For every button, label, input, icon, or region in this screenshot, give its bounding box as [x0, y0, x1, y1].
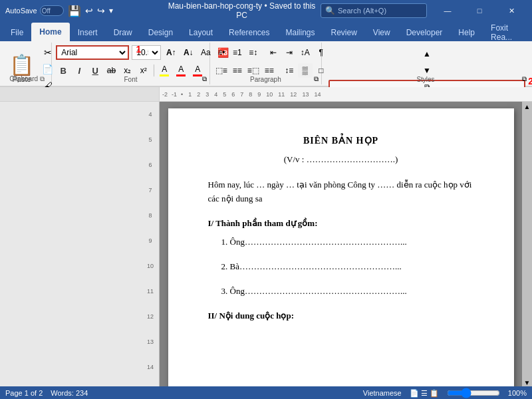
tab-row: File Home Insert Draw Design Layout Refe… — [0, 21, 532, 41]
strikethrough-button[interactable]: ab — [104, 63, 118, 78]
page-area: BIÊN BẢN HỌP (V/v : ………………………….) Hôm nay… — [160, 102, 522, 386]
section2-title: II/ Nội dung cuộc họp: — [208, 309, 474, 323]
autosave-label: AutoSave — [5, 7, 37, 15]
styles-group: AaBbCcD ¶ Normal AaBbCcD ¶ No Spac... Aa… — [322, 43, 529, 84]
font-color-button[interactable]: A — [174, 63, 189, 78]
main-area: 4 5 6 7 8 9 10 11 12 13 14 15 BIÊN BẢN H… — [0, 102, 532, 386]
sort-button[interactable]: ↕A — [298, 45, 313, 60]
line-spacing-button[interactable]: ↕≡ — [282, 63, 297, 78]
section1-title: I/ Thành phần tham dự gồm: — [208, 217, 474, 231]
ruler-left-margin — [0, 87, 160, 101]
tab-insert[interactable]: Insert — [70, 24, 106, 41]
maximize-button[interactable]: □ — [464, 0, 495, 21]
tab-references[interactable]: References — [221, 24, 277, 41]
title-bar: AutoSave Off 💾 ↩ ↪ ▾ Mau-bien-ban-hop-co… — [0, 0, 532, 21]
document-subtitle: (V/v : ………………………….) — [208, 154, 474, 165]
sidebar: 4 5 6 7 8 9 10 11 12 13 14 15 — [0, 102, 160, 386]
clipboard-group: 📋 Paste ✂ 📄 🖌 Clipboard ⧉ — [3, 43, 52, 84]
tab-home[interactable]: Home — [31, 23, 69, 41]
tab-mailings[interactable]: Mailings — [277, 24, 323, 41]
font-group: Arial 1 10.5 A↑ A↓ Aa 🆎 B I — [52, 43, 210, 84]
tab-layout[interactable]: Layout — [181, 24, 221, 41]
numbering-button[interactable]: ≡1 — [230, 45, 245, 60]
decrease-font-button[interactable]: A↓ — [181, 45, 196, 60]
align-center-button[interactable]: ≡≡ — [230, 63, 245, 78]
annotation-1: 1 — [136, 44, 141, 55]
ruler: -2 -1 • 1 2 3 4 5 6 7 8 9 10 11 12 13 14 — [0, 87, 532, 102]
shading-para-button[interactable]: ▒ — [298, 63, 313, 78]
bullets-button[interactable]: ≡• — [214, 45, 229, 60]
tab-developer[interactable]: Developer — [398, 24, 451, 41]
document-page: BIÊN BẢN HỌP (V/v : ………………………….) Hôm nay… — [168, 108, 514, 386]
status-bar: Page 1 of 2 Words: 234 Vietnamese 📄 ☰ 📋 … — [0, 386, 532, 399]
styles-scroll-up[interactable]: ▲ — [329, 47, 525, 61]
clipboard-label: Clipboard ⧉ — [9, 75, 45, 83]
toolbar-row: 📋 Paste ✂ 📄 🖌 Clipboard ⧉ — [0, 41, 532, 86]
search-input[interactable] — [338, 7, 411, 15]
align-left-button[interactable]: ⬚≡ — [214, 63, 229, 78]
styles-label: Styles — [416, 76, 434, 83]
undo-icon[interactable]: ↩ — [85, 5, 93, 16]
page-info: Page 1 of 2 — [5, 389, 43, 397]
autosave-toggle[interactable]: Off — [40, 5, 64, 16]
tab-view[interactable]: View — [365, 24, 398, 41]
save-icon[interactable]: 💾 — [68, 5, 81, 17]
view-controls[interactable]: 📄 ☰ 📋 — [410, 389, 439, 398]
member-2: 2. Bà………………………………………………... — [221, 260, 474, 274]
close-button[interactable]: ✕ — [496, 0, 527, 21]
right-scrollbar[interactable]: ▲ ▼ — [522, 102, 532, 386]
multilevel-list-button[interactable]: ≡↕ — [246, 45, 261, 60]
styles-expand-icon[interactable]: ⧉ — [522, 75, 527, 83]
paragraph-label: Paragraph — [250, 76, 281, 83]
member-1: 1. Ông………………………………………………... — [221, 235, 474, 249]
tab-foxit[interactable]: Foxit Rea... — [483, 24, 529, 41]
document-title-text: BIÊN BẢN HỌP — [208, 135, 474, 146]
zoom-level: 100% — [508, 389, 527, 397]
font-name-select[interactable]: Arial — [56, 45, 129, 60]
search-bar[interactable]: 🔍 — [321, 3, 427, 18]
underline-button[interactable]: U — [88, 63, 102, 78]
autosave-state: Off — [42, 7, 51, 15]
tab-help[interactable]: Help — [450, 24, 483, 41]
scroll-up-button[interactable]: ▲ — [524, 103, 531, 110]
scroll-down-button[interactable]: ▼ — [524, 379, 531, 386]
paragraph-expand-icon[interactable]: ⧉ — [314, 75, 319, 83]
tab-file[interactable]: File — [3, 24, 31, 41]
redo-icon[interactable]: ↪ — [97, 5, 105, 16]
tab-review[interactable]: Review — [323, 24, 365, 41]
document-title: Mau-bien-ban-hop-cong-ty • Saved to this… — [163, 1, 321, 20]
search-icon: 🔍 — [325, 6, 335, 15]
word-count: Words: 234 — [51, 389, 88, 397]
body-line-1: Hôm nay, lúc … ngày … tại văn phòng Công… — [208, 178, 474, 206]
clipboard-expand-icon[interactable]: ⧉ — [40, 75, 45, 82]
increase-font-button[interactable]: A↑ — [164, 45, 178, 60]
tab-draw[interactable]: Draw — [106, 24, 140, 41]
text-highlight-button[interactable]: A — [157, 63, 172, 78]
font-label: Font — [124, 76, 138, 83]
increase-indent-button[interactable]: ⇥ — [282, 45, 297, 60]
ruler-right: -2 -1 • 1 2 3 4 5 6 7 8 9 10 11 12 13 14 — [160, 87, 532, 101]
language-indicator: Vietnamese — [363, 389, 402, 397]
member-3: 3. Ông………………………………………………... — [221, 285, 474, 299]
annotation-2: 2 — [528, 76, 532, 86]
ribbon: File Home Insert Draw Design Layout Refe… — [0, 21, 532, 87]
minimize-button[interactable]: — — [432, 0, 463, 21]
decrease-indent-button[interactable]: ⇤ — [266, 45, 281, 60]
italic-button[interactable]: I — [72, 63, 86, 78]
tab-design[interactable]: Design — [140, 24, 181, 41]
font-expand-icon[interactable]: ⧉ — [202, 75, 207, 83]
zoom-slider[interactable] — [447, 388, 500, 398]
bold-button[interactable]: B — [56, 63, 70, 78]
paragraph-group: ≡• ≡1 ≡↕ ⇤ ⇥ ↕A ¶ ⬚≡ ≡≡ ≡⬚ ≡≡ ↕≡ ▒ — [210, 43, 322, 84]
customize-icon[interactable]: ▾ — [109, 6, 113, 15]
superscript-button[interactable]: x² — [136, 63, 151, 78]
